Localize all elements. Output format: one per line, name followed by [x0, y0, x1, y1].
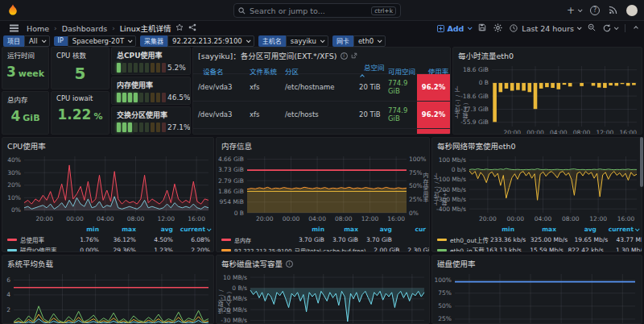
panel-cpu-cores[interactable]: CPU 核数 5 — [51, 47, 109, 89]
save-dashboard-icon[interactable] — [478, 23, 486, 33]
table-row[interactable]: /dev/vda3xfs/etc/hostname 20 TiB774.9 Gi… — [193, 73, 450, 101]
variable-value-dropdown[interactable]: All — [24, 35, 50, 47]
svg-text:16:00: 16:00 — [387, 215, 405, 222]
panel-swap-usage-gauge[interactable]: 交换分区使用率 27.1% — [111, 106, 191, 135]
cpu-iowait-value: 1.22% — [52, 106, 109, 123]
cpu-usage-bar-gauge — [117, 63, 166, 73]
search-input[interactable]: Search or jump to... ctrl+k — [233, 3, 401, 18]
panel-cpu-usage[interactable]: CPU使用率 20:0000:0004:0008:0012:0016:0040%… — [2, 137, 214, 252]
total-memory-value: 4GiB — [2, 108, 48, 124]
panel-title: 每小时流量eth0 — [453, 48, 642, 62]
legend-row[interactable]: 92.222.213.25:9100_已用(total-cache-buf-fr… — [221, 245, 426, 252]
col-filesystem[interactable]: 文件系统 — [250, 66, 285, 76]
swap-usage-bar-gauge — [117, 123, 166, 132]
help-icon[interactable]: ? — [590, 6, 600, 15]
table-row[interactable]: /dev/vda3xfs/etc/hosts 20 TiB774.9 GiB 9… — [193, 101, 450, 128]
legend-row[interactable]: 总内存 3.70 GiB3.70 GiB 3.70 GiB — [221, 235, 426, 245]
panel-title: [sayyiku]：各分区可用空间(EXT.*/XFS) i — [193, 48, 450, 62]
svg-text:16:00: 16:00 — [619, 129, 637, 135]
legend-row[interactable]: eth0_in下载 163.13 kb/s15.59 Mb/s 822.42 k… — [437, 245, 638, 252]
panel-cpu-iowait[interactable]: CPU iowait 1.22% — [51, 91, 109, 135]
legend-col-min[interactable]: min — [62, 226, 99, 233]
breadcrumb-home[interactable]: Home — [27, 24, 49, 33]
variable-nic: 网卡 eth0 — [332, 35, 386, 47]
legend-col-cur[interactable]: cur — [392, 226, 426, 233]
external-link-icon[interactable] — [351, 52, 357, 59]
variable-value-dropdown[interactable]: sayyiku — [286, 35, 328, 47]
panel-title: 磁盘使用率 — [432, 255, 642, 270]
panel-disk-readwrite[interactable]: 每秒磁盘读写容量i 读取(-) / 写入(+) 10 MB/s0 B/s-10 … — [216, 255, 430, 324]
panel-total-memory[interactable]: 总内存 4GiB — [2, 91, 49, 135]
panel-load-average[interactable]: 系统平均负载 642 — [2, 255, 214, 324]
usage-cell: 96.2% — [417, 129, 450, 135]
legend-col-min[interactable]: min — [291, 226, 324, 233]
variable-value-dropdown[interactable]: Spaceberg-20T — [68, 35, 136, 47]
legend-col-max[interactable]: max — [99, 226, 136, 233]
star-icon[interactable] — [175, 23, 184, 33]
legend-col-max[interactable]: max — [514, 226, 556, 233]
legend-col-min[interactable]: min — [477, 226, 514, 233]
breadcrumb-dashboards[interactable]: Dashboards — [62, 24, 108, 33]
variable-label: IP — [54, 36, 68, 46]
variable-value-dropdown[interactable]: eth0 — [353, 35, 386, 47]
user-avatar[interactable] — [626, 5, 638, 16]
col-total-space[interactable]: 总空间 — [359, 62, 388, 80]
kiosk-mode-icon[interactable] — [634, 26, 638, 31]
news-icon[interactable] — [609, 6, 617, 15]
memory-info-chart[interactable]: 内存使用率 20:0000:0004:0008:0012:0016:004.66… — [217, 152, 429, 223]
load-average-chart[interactable]: 642 — [2, 270, 213, 324]
legend-col-current[interactable]: current — [597, 226, 638, 233]
panel-memory-info[interactable]: 内存信息 内存使用率 20:0000:0004:0008:0012:0016:0… — [216, 137, 430, 252]
table-row[interactable]: /dev/vda3xfs/etc/resolv.conf 20 TiB774.9… — [193, 128, 450, 135]
legend-row[interactable]: eth0_out上传 233.36 kb/s325.00 Mb/s 19.65 … — [437, 235, 638, 245]
add-panel-button[interactable]: Add — [437, 24, 471, 33]
legend-col-max[interactable]: max — [324, 226, 358, 233]
new-menu-button[interactable]: + — [567, 5, 581, 16]
share-icon[interactable] — [188, 23, 196, 33]
refresh-button[interactable] — [603, 24, 617, 32]
svg-text:30%: 30% — [7, 169, 21, 177]
y-axis-label: 读取(-) / 写入(+) — [217, 285, 233, 314]
time-range-picker[interactable]: Last 24 hours — [510, 24, 580, 33]
grafana-logo[interactable] — [6, 4, 19, 17]
menu-icon[interactable] — [10, 27, 19, 29]
svg-text:0 B: 0 B — [479, 79, 489, 86]
legend-row[interactable]: 总使用率 1.76%36.12% 4.50%6.08% — [7, 235, 210, 245]
svg-text:-30 MB/s: -30 MB/s — [221, 317, 247, 324]
settings-gear-icon[interactable] — [493, 23, 502, 34]
disk-usage-chart[interactable]: 100%75%50%25% — [432, 270, 642, 324]
col-device[interactable]: 设备名 — [198, 66, 250, 76]
hourly-traffic-chart[interactable]: 上传(-) / 下载(+) 20:0000:0004:0008:0012:001… — [453, 62, 642, 135]
svg-text:3.73 GiB: 3.73 GiB — [218, 166, 244, 173]
panel-partitions-table[interactable]: [sayyiku]：各分区可用空间(EXT.*/XFS) i 设备名 文件系统 … — [192, 47, 451, 135]
panel-hourly-traffic[interactable]: 每小时流量eth0 上传(-) / 下载(+) 20:0000:0004:000… — [452, 47, 642, 135]
variable-project: 项目 All — [3, 35, 50, 47]
legend-col-avg[interactable]: avg — [358, 226, 392, 233]
col-partition[interactable]: 分区 — [285, 66, 359, 76]
panel-title: 系统平均负载 — [2, 255, 213, 270]
svg-text:1.86 GiB: 1.86 GiB — [218, 188, 244, 195]
panel-disk-usage[interactable]: 磁盘使用率 100%75%50%25% — [431, 255, 642, 324]
info-icon[interactable]: i — [286, 260, 293, 268]
scrollbar[interactable] — [640, 137, 643, 187]
legend-col-avg[interactable]: avg — [556, 226, 597, 233]
legend-col-avg[interactable]: avg — [136, 226, 173, 233]
zoom-out-icon[interactable] — [588, 23, 596, 33]
panel-memory-usage-gauge[interactable]: 内存使用率 46.5% — [111, 77, 191, 105]
cpu-usage-chart[interactable]: 20:0000:0004:0008:0012:0016:0040%30%20%1… — [2, 152, 213, 223]
search-icon — [238, 7, 246, 15]
svg-text:100 Mb/s: 100 Mb/s — [439, 156, 466, 164]
legend-col-current[interactable]: current — [173, 226, 210, 233]
disk-readwrite-chart[interactable]: 读取(-) / 写入(+) 10 MB/s0 B/s-10 MB/s-20 MB… — [217, 270, 429, 324]
variable-ip: IP Spaceberg-20T — [54, 35, 137, 47]
panel-total-cpu-usage-gauge[interactable]: 总CPU使用率 5.2% — [111, 47, 191, 75]
legend-row[interactable]: 磁盘IO使用率 0.00%29.36% 1.23%2.20% — [7, 245, 210, 252]
variable-value-dropdown[interactable]: 92.222.213.25:9100 — [167, 35, 254, 47]
info-icon[interactable]: i — [341, 52, 348, 60]
network-bandwidth-chart[interactable]: 上传(-) / 下载(+) 20:0000:0004:0008:0012:001… — [432, 152, 642, 223]
panel-title: 交换分区使用率 — [112, 107, 190, 121]
cpu-cores-value: 5 — [52, 64, 109, 83]
panel-uptime[interactable]: 运行时间 3week — [2, 47, 49, 89]
usage-cell: 96.2% — [417, 102, 450, 128]
panel-network-bandwidth[interactable]: 每秒网络带宽使用eth0 上传(-) / 下载(+) 20:0000:0004:… — [431, 137, 642, 252]
